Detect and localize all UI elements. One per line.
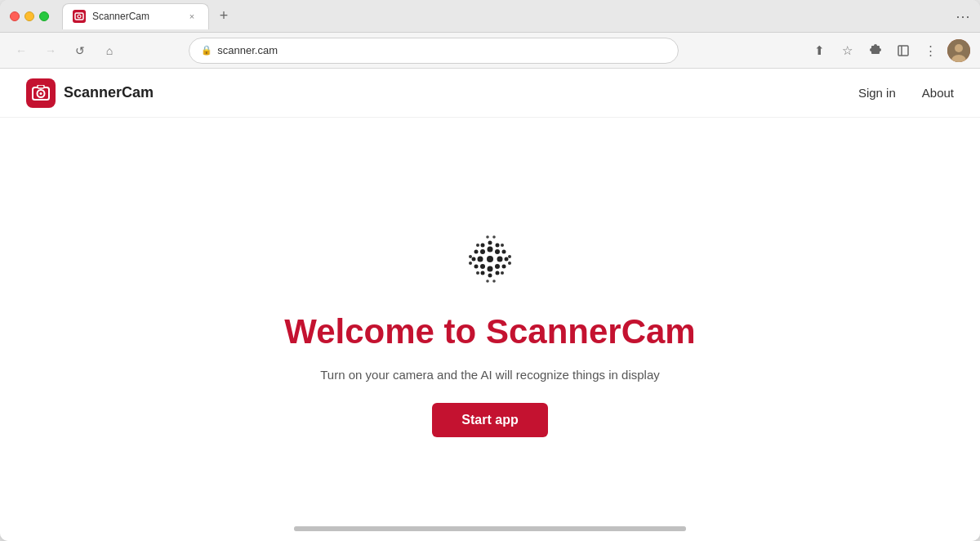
svg-point-21 bbox=[488, 273, 492, 277]
svg-point-32 bbox=[476, 244, 479, 247]
logo-text: ScannerCam bbox=[64, 84, 154, 101]
svg-point-11 bbox=[487, 256, 493, 262]
svg-point-16 bbox=[480, 249, 485, 254]
tab-close-button[interactable]: × bbox=[185, 10, 198, 23]
start-app-button[interactable]: Start app bbox=[432, 403, 547, 437]
site-logo: ScannerCam bbox=[26, 78, 154, 108]
svg-point-13 bbox=[488, 266, 493, 271]
welcome-title: Welcome to ScannerCam bbox=[284, 312, 695, 351]
svg-point-15 bbox=[497, 256, 503, 262]
tab-title: ScannerCam bbox=[92, 11, 149, 22]
svg-point-41 bbox=[492, 235, 496, 239]
address-field[interactable]: 🔒 scanner.cam bbox=[189, 38, 679, 64]
svg-point-12 bbox=[488, 246, 493, 252]
title-bar-controls: ⋯ bbox=[956, 7, 970, 25]
forward-button[interactable]: → bbox=[39, 39, 62, 62]
tab-bar: ScannerCam × + bbox=[62, 3, 949, 29]
extension-button[interactable] bbox=[864, 39, 887, 62]
svg-point-31 bbox=[496, 270, 500, 275]
svg-rect-0 bbox=[75, 13, 83, 20]
browser-window: ScannerCam × + ⋯ ← → ↺ ⌂ 🔒 scanner.cam ⬆… bbox=[0, 0, 980, 541]
logo-icon bbox=[26, 78, 56, 108]
svg-point-9 bbox=[40, 92, 42, 95]
svg-point-42 bbox=[486, 279, 489, 283]
refresh-button[interactable]: ↺ bbox=[69, 39, 91, 62]
svg-point-26 bbox=[474, 264, 479, 268]
svg-point-17 bbox=[495, 249, 500, 254]
minimize-window-button[interactable] bbox=[24, 11, 34, 21]
website: ScannerCam Sign in About bbox=[0, 69, 980, 541]
svg-point-37 bbox=[508, 255, 511, 258]
svg-point-27 bbox=[502, 264, 506, 268]
svg-rect-2 bbox=[898, 46, 908, 56]
home-button[interactable]: ⌂ bbox=[98, 39, 121, 62]
svg-point-29 bbox=[496, 243, 500, 247]
welcome-subtitle: Turn on your camera and the AI will reco… bbox=[320, 368, 660, 382]
maximize-window-button[interactable] bbox=[39, 11, 49, 21]
sign-in-link[interactable]: Sign in bbox=[858, 86, 896, 100]
scanner-dot-icon bbox=[453, 222, 527, 296]
svg-point-40 bbox=[486, 235, 489, 239]
svg-point-25 bbox=[502, 249, 506, 253]
tab-favicon bbox=[73, 10, 86, 23]
svg-point-24 bbox=[474, 249, 479, 253]
menu-button[interactable]: ⋮ bbox=[920, 39, 942, 62]
svg-point-36 bbox=[469, 255, 472, 258]
svg-point-23 bbox=[505, 257, 509, 261]
svg-point-5 bbox=[955, 44, 963, 52]
svg-point-43 bbox=[492, 279, 496, 283]
title-bar: ScannerCam × + ⋯ bbox=[0, 0, 980, 33]
svg-point-1 bbox=[78, 15, 81, 18]
scrollbar-thumb[interactable] bbox=[294, 526, 686, 531]
address-bar: ← → ↺ ⌂ 🔒 scanner.cam ⬆ ☆ ⋮ bbox=[0, 33, 980, 69]
svg-point-14 bbox=[478, 256, 483, 262]
url-text: scanner.cam bbox=[217, 44, 278, 56]
svg-point-18 bbox=[480, 264, 485, 269]
svg-point-39 bbox=[508, 262, 511, 265]
back-button[interactable]: ← bbox=[10, 39, 33, 62]
sidebar-button[interactable] bbox=[892, 39, 915, 62]
traffic-lights bbox=[10, 11, 49, 21]
close-window-button[interactable] bbox=[10, 11, 20, 21]
svg-point-34 bbox=[476, 271, 479, 275]
site-main: Welcome to ScannerCam Turn on your camer… bbox=[0, 118, 980, 541]
bookmark-button[interactable]: ☆ bbox=[836, 39, 859, 62]
svg-point-30 bbox=[481, 270, 485, 275]
profile-button[interactable] bbox=[947, 39, 970, 62]
address-actions: ⬆ ☆ ⋮ bbox=[808, 39, 970, 62]
svg-point-19 bbox=[495, 264, 500, 269]
svg-point-28 bbox=[481, 243, 485, 247]
svg-point-22 bbox=[472, 257, 476, 261]
about-link[interactable]: About bbox=[922, 86, 954, 100]
share-button[interactable]: ⬆ bbox=[808, 39, 831, 62]
browser-tab[interactable]: ScannerCam × bbox=[62, 3, 209, 29]
svg-point-33 bbox=[501, 244, 504, 247]
site-nav: Sign in About bbox=[858, 86, 954, 100]
svg-point-38 bbox=[469, 262, 472, 265]
site-header: ScannerCam Sign in About bbox=[0, 69, 980, 118]
svg-point-35 bbox=[501, 271, 504, 275]
svg-point-20 bbox=[488, 240, 492, 244]
svg-rect-10 bbox=[38, 85, 44, 88]
new-tab-button[interactable]: + bbox=[212, 5, 235, 28]
page-scrollbar[interactable] bbox=[294, 526, 686, 531]
lock-icon: 🔒 bbox=[201, 45, 212, 56]
